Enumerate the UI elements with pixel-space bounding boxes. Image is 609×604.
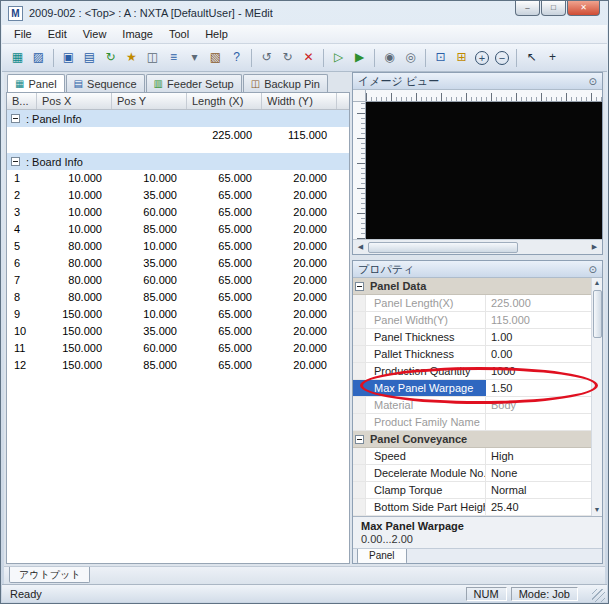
column-header[interactable]: Pos Y <box>112 93 187 109</box>
property-name[interactable]: Max Panel Warpage <box>366 380 486 396</box>
menu-file[interactable]: File <box>6 26 40 42</box>
camera-icon[interactable]: ◉ <box>380 48 399 67</box>
save-all-icon[interactable]: ▤ <box>80 48 99 67</box>
minimize-button[interactable]: – <box>515 1 540 16</box>
property-row[interactable]: Panel Width(Y) 115.000 <box>353 312 591 329</box>
property-value[interactable]: Body <box>486 397 591 413</box>
zoom-in-icon[interactable]: + <box>475 51 489 65</box>
property-name[interactable]: Panel Conveyance <box>366 431 591 447</box>
scroll-down-icon[interactable]: ▼ <box>592 505 603 516</box>
property-name[interactable]: Panel Length(X) <box>366 295 486 311</box>
property-name[interactable]: Panel Data <box>366 278 591 294</box>
property-value[interactable]: 1000 <box>486 363 591 379</box>
vertical-scrollbar[interactable]: ▲ ▼ <box>591 278 602 516</box>
tab-output[interactable]: アウトプット <box>9 567 90 583</box>
property-row[interactable]: Panel Thickness 1.00 <box>353 329 591 346</box>
property-name[interactable]: Bottom Side Part Height <box>366 499 486 515</box>
property-row[interactable]: Decelerate Module No. None <box>353 465 591 482</box>
menu-tool[interactable]: Tool <box>161 26 197 42</box>
property-name[interactable]: Production Quantity <box>366 363 486 379</box>
tab-backup-pin[interactable]: ◫ Backup Pin <box>243 74 328 92</box>
panel-info-group-row[interactable]: : Panel Info <box>7 110 349 127</box>
image-view-icon[interactable]: ▨ <box>29 48 48 67</box>
property-value[interactable]: 0.00 <box>486 346 591 362</box>
property-name[interactable]: Product Family Name <box>366 414 486 430</box>
board-row[interactable]: 9 150.000 10.000 65.000 20.000 <box>7 306 349 323</box>
property-value[interactable]: Normal <box>486 482 591 498</box>
image-canvas[interactable] <box>366 102 602 239</box>
board-row[interactable]: 6 80.000 35.000 65.000 20.000 <box>7 255 349 272</box>
step-icon[interactable]: ▷ <box>329 48 348 67</box>
property-value[interactable]: High <box>486 448 591 464</box>
collapse-icon[interactable] <box>355 282 364 291</box>
scroll-thumb[interactable] <box>593 290 602 338</box>
property-value[interactable]: 1.00 <box>486 329 591 345</box>
property-value[interactable] <box>486 414 591 430</box>
import-icon[interactable]: ▾ <box>185 48 204 67</box>
maximize-button[interactable]: □ <box>541 1 566 16</box>
cursor-icon[interactable]: ↖ <box>522 48 541 67</box>
pin-icon[interactable]: ⊙ <box>589 76 597 87</box>
monitor-icon[interactable]: ⊡ <box>431 48 450 67</box>
collapse-icon[interactable] <box>11 157 20 166</box>
column-header[interactable] <box>337 93 349 109</box>
board-row[interactable]: 4 10.000 85.000 65.000 20.000 <box>7 221 349 238</box>
star-icon[interactable]: ★ <box>122 48 141 67</box>
undo-icon[interactable]: ↺ <box>257 48 276 67</box>
property-row[interactable]: Material Body <box>353 397 591 414</box>
board-row[interactable]: 7 80.000 60.000 65.000 20.000 <box>7 272 349 289</box>
property-name[interactable]: Clamp Torque <box>366 482 486 498</box>
play-icon[interactable]: ▶ <box>350 48 369 67</box>
scroll-up-icon[interactable]: ▲ <box>592 278 603 289</box>
property-group-row[interactable]: Panel Data <box>353 278 591 295</box>
scroll-right-icon[interactable]: ▶ <box>587 240 602 254</box>
tab-panel[interactable]: ▦ Panel <box>7 74 65 92</box>
grid-icon[interactable]: ⊞ <box>452 48 471 67</box>
board-info-group-row[interactable]: : Board Info <box>7 153 349 170</box>
pin-icon[interactable]: ⊙ <box>589 264 597 275</box>
help-icon[interactable]: ? <box>227 48 246 67</box>
property-value[interactable]: 25.40 <box>486 499 591 515</box>
refresh-icon[interactable]: ↻ <box>101 48 120 67</box>
property-value[interactable]: 225.000 <box>486 295 591 311</box>
redo-icon[interactable]: ↻ <box>278 48 297 67</box>
menu-image[interactable]: Image <box>114 26 161 42</box>
board-row[interactable]: 2 10.000 35.000 65.000 20.000 <box>7 187 349 204</box>
zoom-out-icon[interactable]: − <box>495 51 509 65</box>
copy-icon[interactable]: ◫ <box>143 48 162 67</box>
board-row[interactable]: 11 150.000 60.000 65.000 20.000 <box>7 340 349 357</box>
pan-icon[interactable]: + <box>543 48 562 67</box>
board-row[interactable]: 8 80.000 85.000 65.000 20.000 <box>7 289 349 306</box>
capture-icon[interactable]: ◎ <box>401 48 420 67</box>
property-group-row[interactable]: Panel Conveyance <box>353 431 591 448</box>
tab-panel-bottom[interactable]: Panel <box>357 549 407 564</box>
board-row[interactable]: 12 150.000 85.000 65.000 20.000 <box>7 357 349 374</box>
column-header[interactable]: B... <box>7 93 37 109</box>
menu-edit[interactable]: Edit <box>40 26 75 42</box>
horizontal-scrollbar[interactable]: ◀ ▶ <box>353 239 602 254</box>
board-row[interactable]: 5 80.000 10.000 65.000 20.000 <box>7 238 349 255</box>
property-row[interactable]: Product Family Name <box>353 414 591 431</box>
property-value[interactable]: 115.000 <box>486 312 591 328</box>
property-row[interactable]: Panel Length(X) 225.000 <box>353 295 591 312</box>
close-button[interactable]: ✕ <box>567 1 600 16</box>
collapse-icon[interactable] <box>11 114 20 123</box>
tab-sequence[interactable]: ▤ Sequence <box>66 74 145 92</box>
library-icon[interactable]: ▧ <box>206 48 225 67</box>
property-name[interactable]: Material <box>366 397 486 413</box>
property-row[interactable]: Pallet Thickness 0.00 <box>353 346 591 363</box>
scroll-thumb[interactable] <box>368 242 518 253</box>
property-name[interactable]: Decelerate Module No. <box>366 465 486 481</box>
property-row[interactable]: Clamp Torque Normal <box>353 482 591 499</box>
property-row[interactable]: Speed High <box>353 448 591 465</box>
property-row[interactable]: Bottom Side Part Height 25.40 <box>353 499 591 516</box>
save-icon[interactable]: ▣ <box>59 48 78 67</box>
property-row[interactable]: Max Panel Warpage 1.50 <box>353 380 591 397</box>
tab-feeder-setup[interactable]: ▥ Feeder Setup <box>146 74 242 92</box>
property-row[interactable]: Production Quantity 1000 <box>353 363 591 380</box>
column-header[interactable]: Length (X) <box>187 93 262 109</box>
board-row[interactable]: 1 10.000 10.000 65.000 20.000 <box>7 170 349 187</box>
list-icon[interactable]: ≡ <box>164 48 183 67</box>
collapse-icon[interactable] <box>355 435 364 444</box>
board-row[interactable]: 10 150.000 35.000 65.000 20.000 <box>7 323 349 340</box>
